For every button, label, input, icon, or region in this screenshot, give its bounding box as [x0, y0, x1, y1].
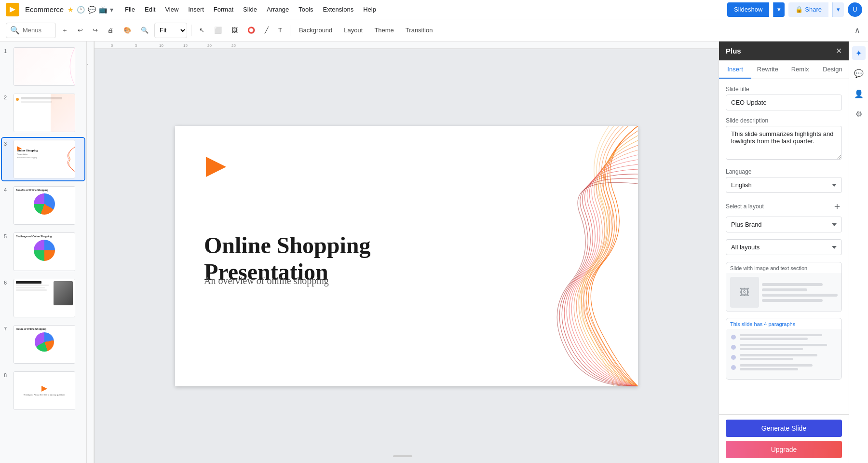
- plus-close-button[interactable]: ✕: [836, 46, 842, 55]
- slide-num-7: 7: [4, 326, 11, 332]
- theme-button[interactable]: Theme: [369, 23, 398, 38]
- print-button[interactable]: 🖨: [104, 23, 118, 38]
- slide-preview-3: Online Shopping Presentation An overview…: [14, 140, 75, 178]
- svg-marker-3: [41, 386, 47, 392]
- menu-format[interactable]: Format: [210, 4, 237, 15]
- para-lines: [740, 354, 837, 360]
- layout-line: [762, 283, 823, 286]
- layout-card-paragraphs[interactable]: This slide has 4 paragraphs: [726, 318, 842, 380]
- layout-line: [762, 294, 838, 297]
- slideshow-button[interactable]: Slideshow: [727, 2, 769, 17]
- slide-thumb-7[interactable]: 7 Future of Online Shopping: [2, 323, 84, 366]
- image-button[interactable]: 🖼: [228, 23, 242, 38]
- slide-preview-7: Future of Online Shopping: [14, 325, 75, 364]
- undo-button[interactable]: ↩: [74, 23, 87, 38]
- slide-logo: [204, 155, 228, 181]
- plus-footer: Generate Slide Upgrade: [719, 414, 849, 463]
- para-line: [740, 358, 793, 360]
- menu-file[interactable]: File: [121, 4, 139, 15]
- menu-tools[interactable]: Tools: [295, 4, 317, 15]
- toolbar-collapse-button[interactable]: ∧: [853, 24, 862, 37]
- para-item-1: [731, 334, 837, 340]
- background-button[interactable]: Background: [294, 23, 337, 38]
- para-line: [740, 348, 803, 350]
- slide-thumb-5[interactable]: 5 Challenges of Online Shopping: [2, 231, 84, 273]
- cast-dropdown-icon[interactable]: ▾: [110, 6, 113, 14]
- icon-strip: ✦ 💬 👤 ⚙: [849, 41, 868, 463]
- menu-slide[interactable]: Slide: [239, 4, 261, 15]
- layout-button[interactable]: Layout: [339, 23, 367, 38]
- add-layout-button[interactable]: ＋: [832, 200, 842, 213]
- generate-slide-button[interactable]: Generate Slide: [726, 420, 842, 437]
- transition-button[interactable]: Transition: [401, 23, 438, 38]
- avatar[interactable]: U: [848, 2, 862, 17]
- all-layouts-select[interactable]: All layouts: [726, 239, 842, 255]
- upgrade-button[interactable]: Upgrade: [726, 441, 842, 458]
- line-button[interactable]: ╱: [261, 23, 272, 38]
- menu-help[interactable]: Help: [359, 4, 380, 15]
- search-container[interactable]: 🔍: [6, 23, 56, 38]
- menu-bar: Ecommerce ★ 🕐 💬 📺 ▾ File Edit View Inser…: [0, 0, 868, 19]
- search-input[interactable]: [23, 27, 52, 34]
- slide-thumb-8[interactable]: 8 Thank you. Please feel free to ask any…: [2, 369, 84, 412]
- menu-edit[interactable]: Edit: [141, 4, 159, 15]
- slide-canvas[interactable]: Online Shopping Presentation An overview…: [175, 126, 638, 386]
- shape-button[interactable]: ⭕: [244, 23, 259, 38]
- slide-preview-4: Benefits of Online Shopping: [14, 186, 75, 225]
- brand-select[interactable]: Plus Brand: [726, 217, 842, 232]
- slide-desc-input[interactable]: This slide summarizes highlights and low…: [726, 126, 842, 160]
- slide-thumb-3[interactable]: 3 Online Shopping Presentation An overvi…: [2, 138, 84, 180]
- history-icon[interactable]: 🕐: [77, 6, 85, 14]
- tab-remix[interactable]: Remix: [784, 61, 816, 79]
- text-button[interactable]: T: [274, 23, 286, 38]
- slide-num-6: 6: [4, 280, 11, 286]
- cursor-button[interactable]: ↖: [195, 23, 208, 38]
- layout-card-image-text[interactable]: Slide with image and text section 🖼: [726, 262, 842, 312]
- zoom-select[interactable]: Fit 50% 75% 100%: [154, 23, 187, 38]
- slide-preview-2: [14, 94, 75, 132]
- add-slide-button[interactable]: ＋: [58, 23, 72, 38]
- tab-insert[interactable]: Insert: [719, 61, 751, 79]
- svg-text:10: 10: [159, 43, 163, 48]
- star-icon[interactable]: ★: [68, 6, 74, 14]
- slides-panel: 1 2: [0, 41, 87, 463]
- slide-title-input[interactable]: [726, 95, 842, 110]
- plus-panel-title: Plus: [726, 47, 741, 55]
- menu-insert[interactable]: Insert: [184, 4, 208, 15]
- para-layout: [726, 329, 841, 379]
- slide-thumb-2[interactable]: 2: [2, 92, 84, 134]
- plus-tabs: Insert Rewrite Remix Design: [719, 61, 849, 79]
- tab-design[interactable]: Design: [816, 61, 849, 79]
- language-select[interactable]: English: [726, 177, 842, 193]
- cast-icon[interactable]: 📺: [99, 6, 107, 14]
- strip-settings-icon[interactable]: ⚙: [852, 107, 866, 121]
- slide-thumb-6[interactable]: 6: [2, 277, 84, 319]
- share-dropdown-button[interactable]: ▾: [832, 2, 844, 17]
- slide-preview-8: Thank you. Please feel free to ask any q…: [14, 371, 75, 410]
- main-area: 1 2: [0, 41, 868, 463]
- strip-person-icon[interactable]: 👤: [852, 87, 866, 100]
- search-icon: 🔍: [10, 26, 20, 35]
- menu-extensions[interactable]: Extensions: [319, 4, 358, 15]
- select-button[interactable]: ⬜: [210, 23, 226, 38]
- slide-thumb-4[interactable]: 4 Benefits of Online Shopping: [2, 184, 84, 227]
- header-right: Slideshow ▾ 🔒 Share ▾ U: [727, 2, 862, 17]
- tab-rewrite[interactable]: Rewrite: [751, 61, 784, 79]
- zoom-button[interactable]: 🔍: [137, 23, 152, 38]
- menu-view[interactable]: View: [161, 4, 182, 15]
- slide-num-5: 5: [4, 233, 11, 239]
- svg-text:5: 5: [135, 43, 137, 48]
- menu-arrange[interactable]: Arrange: [263, 4, 293, 15]
- paint-format-button[interactable]: 🎨: [120, 23, 135, 38]
- layout-card-2-title: This slide has 4 paragraphs: [726, 318, 841, 329]
- strip-plus-icon[interactable]: ✦: [852, 46, 866, 60]
- layout-lines-1: [762, 277, 838, 308]
- slide-subtitle[interactable]: An overview of online shopping: [204, 275, 329, 286]
- slide-num-1: 1: [4, 48, 11, 54]
- share-button[interactable]: 🔒 Share: [788, 2, 828, 17]
- strip-comment-icon[interactable]: 💬: [852, 67, 866, 80]
- redo-button[interactable]: ↪: [89, 23, 102, 38]
- slide-thumb-1[interactable]: 1: [2, 45, 84, 88]
- chat-icon[interactable]: 💬: [88, 6, 96, 14]
- slideshow-dropdown-button[interactable]: ▾: [773, 2, 785, 17]
